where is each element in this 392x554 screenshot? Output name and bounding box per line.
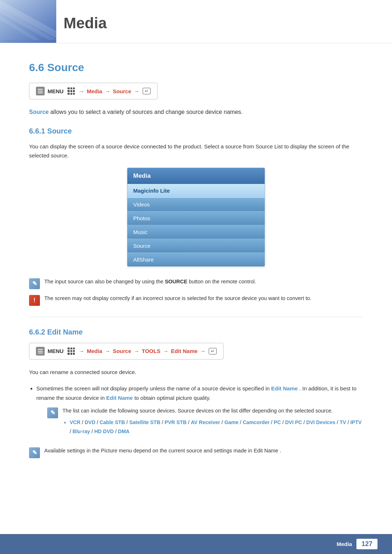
section-66-description: Source allows you to select a variety of…	[29, 107, 363, 117]
footer-label: Media	[336, 541, 352, 547]
section-662-menu-path: MENU → Media → Source → TOOLS → Edit Nam…	[29, 343, 224, 360]
arrow-2-2: →	[105, 348, 110, 354]
section-661-title: Source	[47, 127, 72, 135]
media-menu-title: Media	[127, 168, 265, 184]
edit-name-link-1: Edit Name	[271, 385, 298, 391]
menu-item-magicinfo: Magicinfo Lite	[127, 184, 265, 198]
note4-part3: .	[280, 448, 281, 454]
arrow-2-3: →	[134, 348, 139, 354]
device-pvr: PVR STB	[164, 419, 187, 425]
menu-icon	[36, 87, 45, 95]
menu2-item3: TOOLS	[142, 348, 160, 354]
device-pc: PC	[274, 419, 281, 425]
note-3-text: The list can include the following sourc…	[62, 407, 363, 439]
inner-note: ✎ The list can include the following sou…	[47, 407, 363, 439]
note-4-text: Available settings in the Picture menu d…	[44, 447, 363, 455]
footer-page: 127	[356, 539, 377, 549]
page-title: Media	[64, 11, 392, 36]
svg-rect-7	[38, 349, 43, 350]
bullet-list: Sometimes the screen will not display pr…	[36, 384, 363, 439]
bullet1-part1: Sometimes the screen will not display pr…	[36, 385, 271, 391]
source-link: Source	[29, 109, 49, 115]
desc-rest: allows you to select a variety of source…	[50, 109, 243, 115]
pencil-icon-3: ✎	[29, 447, 40, 458]
enter-icon-2: ↵	[209, 348, 217, 354]
device-tv: TV	[340, 419, 346, 425]
svg-rect-8	[38, 351, 43, 352]
section-66-heading: 6.6 Source	[29, 61, 363, 74]
menu-label: MENU	[48, 88, 64, 94]
picture-link: Picture	[101, 448, 117, 454]
device-dvi-dev: DVI Devices	[306, 419, 335, 425]
edit-name-link-3: Edit Name	[254, 448, 278, 454]
grid-icon	[68, 87, 75, 95]
grid-icon-2	[68, 348, 75, 355]
section-661-heading: 6.6.1 Source	[29, 127, 363, 135]
device-vcr: VCR	[70, 419, 81, 425]
svg-rect-9	[38, 353, 43, 353]
device-dvd: DVD	[85, 419, 95, 425]
device-av: AV Receiver	[191, 419, 220, 425]
device-hddvd: HD DVD	[94, 428, 114, 434]
note4-part2: menu depend on the current source and se…	[119, 448, 254, 454]
device-list-item: VCR / DVD / Cable STB / Satellite STB / …	[70, 418, 363, 436]
menu-label-2: MENU	[48, 348, 64, 354]
enter-icon: ↵	[143, 88, 151, 94]
menu-item-photos: Photos	[127, 212, 265, 225]
menu-item-allshare: AllShare	[127, 253, 265, 266]
section-66-menu-path: MENU → Media → Source → ↵	[29, 83, 158, 99]
menu2-item1: Media	[87, 348, 102, 354]
section-662-heading: 6.6.2 Edit Name	[29, 328, 363, 336]
note4-part1: Available settings in the	[44, 448, 101, 454]
media-menu-screenshot: Media Magicinfo Lite Videos Photos Music…	[127, 168, 265, 267]
device-cable: Cable STB	[99, 419, 125, 425]
section-662-body: You can rename a connected source device…	[29, 368, 363, 377]
main-content: 6.6 Source MENU → Media → Source → ↵ Sou…	[0, 43, 392, 551]
device-game: Game	[224, 419, 238, 425]
edit-name-link-2: Edit Name	[106, 395, 133, 401]
pencil-icon-1: ✎	[29, 278, 40, 289]
menu2-item4: Edit Name	[171, 348, 197, 354]
section-662-number: 6.6.2	[29, 328, 45, 336]
pencil-icon-2: ✎	[47, 407, 58, 418]
note-3: ✎ The list can include the following sou…	[47, 407, 363, 439]
arrow2: →	[105, 88, 110, 94]
device-satellite: Satellite STB	[129, 419, 160, 425]
device-dvi-pc: DVI PC	[285, 419, 302, 425]
device-bluray: Blu-ray	[73, 428, 90, 434]
arrow-2-4: →	[163, 348, 168, 354]
note-2: ! The screen may not display correctly i…	[29, 294, 363, 306]
note-4: ✎ Available settings in the Picture menu…	[29, 447, 363, 458]
svg-rect-5	[38, 91, 43, 91]
warning-icon-1: !	[29, 295, 40, 306]
menu-item-videos: Videos	[127, 198, 265, 212]
source-bold: SOURCE	[165, 279, 187, 284]
menu-icon-2	[36, 347, 45, 356]
menu-item-music: Music	[127, 225, 265, 239]
arrow3: →	[134, 88, 139, 94]
section-661-body: You can display the screen of a source d…	[29, 142, 363, 160]
section-66-title: Source	[47, 61, 84, 73]
menu-item-source: Source	[127, 239, 265, 253]
bullet1-part3: to obtain optimal picture quality.	[134, 395, 211, 401]
arrow-2-5: →	[200, 348, 205, 354]
note-1: ✎ The input source can also be changed b…	[29, 278, 363, 289]
device-cam: Camcorder	[243, 419, 270, 425]
header: Media	[0, 0, 392, 43]
section-66-number: 6.6	[29, 61, 44, 73]
note-2-text: The screen may not display correctly if …	[44, 294, 363, 303]
arrow-2-1: →	[79, 348, 84, 354]
inner-note-text: The list can include the following sourc…	[62, 408, 333, 414]
section-661-number: 6.6.1	[29, 127, 45, 135]
arrow1: →	[79, 88, 84, 94]
header-accent	[0, 0, 56, 43]
footer: Media 127	[0, 534, 392, 554]
menu-item2: Source	[113, 88, 131, 94]
note-1-text: The input source can also be changed by …	[44, 278, 363, 286]
device-dma: DMA	[118, 428, 130, 434]
menu2-item2: Source	[113, 348, 131, 354]
divider-1	[29, 317, 363, 317]
svg-rect-4	[38, 89, 43, 90]
device-list: VCR / DVD / Cable STB / Satellite STB / …	[70, 418, 363, 436]
menu-item1: Media	[87, 88, 102, 94]
